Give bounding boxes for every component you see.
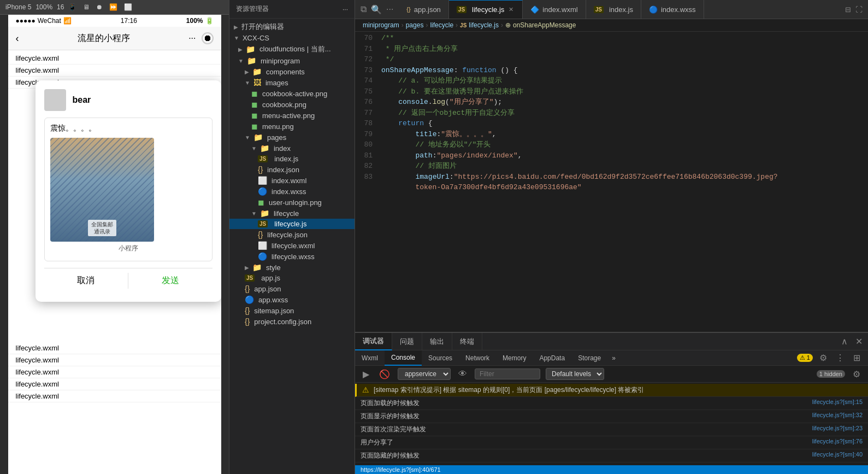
file-panel-header: 资源管理器 ··· — [229, 0, 355, 19]
share-cancel-button[interactable]: 取消 — [44, 268, 128, 293]
code-editor[interactable]: 70 71 72 73 74 75 76 77 78 79 80 81 82 8… — [355, 32, 868, 332]
tab-lifecycle-js[interactable]: JS lifecycle.js ✕ — [449, 0, 523, 19]
tab-memory[interactable]: Memory — [496, 350, 533, 366]
level-select[interactable]: Default levels — [546, 368, 604, 380]
debugger-controls: ∧ ✕ — [839, 336, 868, 347]
project-config-label: project.config.json — [254, 318, 311, 326]
arrow-icon: ▼ — [234, 35, 239, 41]
settings-icon[interactable]: ⚙ — [817, 353, 829, 363]
console-source[interactable]: lifecycle.js?[sm]:32 — [812, 412, 863, 418]
code-line-71: * 用户点击右上角分享 — [381, 44, 868, 55]
arrow-icon: ▶ — [234, 24, 238, 30]
tab-app-json[interactable]: {} app.json — [399, 0, 449, 19]
sidebar-item-lifecycle-wxss[interactable]: 🔵 lifecycle.wxss — [229, 251, 355, 262]
open-editors-label: 打开的编辑器 — [241, 22, 284, 32]
wechat-back[interactable]: ‹ — [16, 33, 19, 44]
tab-debugger[interactable]: 调试器 — [355, 333, 392, 350]
tab-appdata[interactable]: AppData — [533, 350, 571, 366]
sidebar-item-style[interactable]: ▶ 📁 style — [229, 262, 355, 273]
sidebar-item-pages[interactable]: ▼ 📁 pages — [229, 132, 355, 143]
expand-icon[interactable]: ⛶ — [855, 5, 863, 14]
console-block-icon[interactable]: 🚫 — [377, 369, 392, 379]
search-tab-icon[interactable]: 🔍 — [371, 4, 382, 15]
console-source[interactable]: lifecycle.js?[sm]:15 — [812, 399, 863, 405]
console-execute-icon[interactable]: ▶ — [361, 369, 371, 379]
sidebar-item-xcx-cs[interactable]: ▼ XCX-CS — [229, 33, 355, 43]
sidebar-item-app-js[interactable]: JS app.js — [229, 273, 355, 283]
tab-more[interactable]: » — [607, 350, 620, 366]
sidebar-item-menu[interactable]: ◼ menu.png — [229, 121, 355, 132]
sidebar-item-lifecycle-wxml[interactable]: ⬜ lifecycle.wxml — [229, 240, 355, 251]
sidebar-item-cloudfunctions[interactable]: ▶ 📁 cloudfunctions | 当前... — [229, 43, 355, 55]
sidebar-item-lifecycle-folder[interactable]: ▼ 📁 lifecycle — [229, 208, 355, 219]
dock-icon[interactable]: ⊞ — [851, 353, 863, 363]
settings-btn[interactable]: ⚙ — [851, 369, 863, 379]
tab-storage[interactable]: Storage — [571, 350, 607, 366]
status-left: ●●●●● WeChat 📶 — [16, 17, 72, 25]
sidebar-item-miniprogram[interactable]: ▼ 📁 miniprogram — [229, 55, 355, 66]
tab-terminal[interactable]: 终端 — [452, 333, 482, 350]
close-panel-button[interactable]: ✕ — [853, 336, 865, 347]
dots-icon[interactable]: ··· — [188, 33, 196, 43]
sidebar-item-app-json[interactable]: {} app.json — [229, 283, 355, 294]
bc-lifecycle: lifecycle — [430, 21, 453, 29]
tab-index-wxml[interactable]: 🔷 index.wxml — [523, 0, 586, 19]
tab-network[interactable]: Network — [459, 350, 496, 366]
console-source[interactable]: lifecycle.js?[sm]:76 — [812, 438, 863, 444]
share-book-label: 全国集邮通讯录 — [88, 220, 116, 236]
sidebar-item-menu-active[interactable]: ◼ menu-active.png — [229, 110, 355, 121]
more-icon[interactable]: ··· — [386, 4, 393, 14]
sidebar-item-cookbook-active[interactable]: ◼ cookbook-active.png — [229, 88, 355, 99]
sidebar-item-sitemap[interactable]: {} sitemap.json — [229, 305, 355, 316]
arrow-icon: ▼ — [245, 80, 250, 86]
console-filter-input[interactable] — [475, 368, 540, 379]
tab-sources[interactable]: Sources — [422, 350, 459, 366]
status-right: 100% 🔋 — [186, 17, 214, 25]
sidebar-item-index-wxss[interactable]: 🔵 index.wxss — [229, 186, 355, 197]
sidebar-item-lifecycle-json[interactable]: {} lifecycle.json — [229, 229, 355, 240]
tab-wxml[interactable]: Wxml — [355, 350, 385, 366]
context-select[interactable]: appservice — [398, 368, 451, 380]
images-folder-icon: 🖼 — [253, 78, 261, 87]
sidebar-item-index-folder[interactable]: ▼ 📁 index — [229, 143, 355, 154]
sidebar-item-project-config[interactable]: {} project.config.json — [229, 316, 355, 327]
code-line-73: onShareAppMessage: function () { — [381, 65, 868, 76]
tab-close-icon[interactable]: ✕ — [507, 5, 515, 14]
sidebar-item-cookbook[interactable]: ◼ cookbook.png — [229, 99, 355, 110]
console-source[interactable]: lifecycle.js?[sm]:23 — [812, 425, 863, 431]
list-item: lifecycle.wxml — [8, 65, 221, 77]
sidebar-item-index-json[interactable]: {} index.json — [229, 164, 355, 175]
split-icon[interactable]: ⧉ — [361, 4, 367, 14]
layout-icon[interactable]: ⊟ — [845, 5, 851, 14]
wxss-icon: 🔵 — [258, 187, 267, 196]
console-row-5: 页面隐藏的时候触发 lifecycle.js?[sm]:40 — [355, 449, 868, 463]
file-panel-menu[interactable]: ··· — [343, 5, 348, 13]
console-source[interactable]: lifecycle.js?[sm]:40 — [812, 451, 863, 458]
tab-icon: JS — [594, 6, 604, 13]
tab-output[interactable]: 输出 — [422, 333, 452, 350]
sidebar-item-app-wxss[interactable]: 🔵 app.wxss — [229, 294, 355, 305]
sidebar-item-user-unlogin[interactable]: ◼ user-unlogin.png — [229, 197, 355, 208]
sidebar-item-images[interactable]: ▼ 🖼 images — [229, 77, 355, 88]
tab-index-wxss[interactable]: 🔵 index.wxss — [641, 0, 704, 19]
sitemap-label: sitemap.json — [254, 307, 294, 315]
bottom-url: https://lifecycle.js?[sm]:40/671 — [361, 466, 441, 473]
sidebar-item-components[interactable]: ▶ 📁 components — [229, 66, 355, 77]
tab-problems[interactable]: 问题 — [392, 333, 422, 350]
tab-console[interactable]: Console — [385, 350, 422, 366]
more-options-icon[interactable]: ⋮ — [834, 353, 847, 363]
eye-icon[interactable]: 👁 — [456, 369, 469, 379]
minimize-panel-button[interactable]: ∧ — [839, 336, 850, 347]
console-text: 页面加载的时候触发 — [361, 399, 808, 408]
sidebar-item-lifecycle-js[interactable]: JS lifecycle.js — [229, 219, 355, 229]
share-send-button[interactable]: 发送 — [128, 268, 212, 293]
sidebar-item-open-editors[interactable]: ▶ 打开的编辑器 — [229, 21, 355, 33]
sidebar-item-index-js[interactable]: JS index.js — [229, 154, 355, 164]
console-text: 页面隐藏的时候触发 — [361, 451, 808, 460]
forward-icon: ⏩ — [109, 3, 117, 11]
tab-index-js[interactable]: JS index.js — [586, 0, 641, 19]
bc-sep: › — [426, 21, 428, 29]
sidebar-item-index-wxml[interactable]: ⬜ index.wxml — [229, 175, 355, 186]
folder-icon: 📁 — [252, 67, 262, 76]
bc-sep: › — [401, 21, 404, 29]
